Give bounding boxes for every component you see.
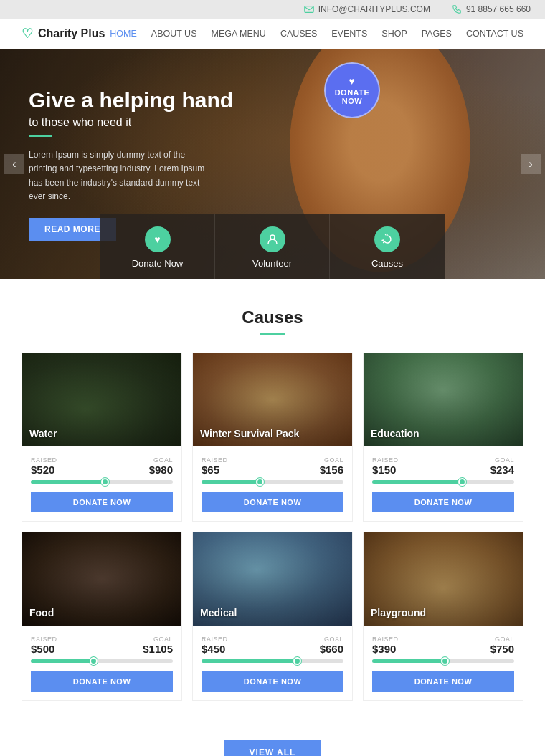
progress-dot: [458, 478, 466, 486]
goal-label: GOAL: [490, 636, 514, 643]
progress-dot: [101, 478, 109, 486]
donate-heart-icon: ♥: [349, 75, 356, 87]
goal-value: $660: [320, 643, 343, 655]
cause-image-overlay: Playground: [364, 532, 523, 626]
phone-icon: [452, 4, 462, 14]
nav-home-link[interactable]: HOME: [110, 29, 137, 39]
nav-pages[interactable]: PAGES: [422, 29, 452, 39]
raised-value: $390: [372, 643, 399, 655]
cause-goal: GOAL $980: [149, 456, 173, 476]
cause-stats: RAISED $150 GOAL $234: [372, 456, 514, 476]
hero-bottom-donate[interactable]: ♥ Donate Now: [100, 214, 215, 279]
donate-now-button[interactable]: DONATE NOW: [372, 492, 514, 512]
cause-body: RAISED $65 GOAL $156 DONATE NOW: [193, 446, 352, 521]
cause-image: Food: [22, 532, 181, 626]
nav-causes-link[interactable]: CAUSES: [280, 29, 317, 39]
nav-links: HOME ABOUT US MEGA MENU CAUSES EVENTS SH…: [110, 29, 523, 39]
email-text: INFO@CHARITYPLUS.COM: [318, 4, 430, 14]
hero-divider: [29, 135, 52, 137]
nav-home[interactable]: HOME: [110, 29, 137, 39]
cause-image: Medical: [193, 532, 352, 626]
progress-fill: [372, 480, 463, 484]
cause-title: Winter Survival Pack: [200, 428, 299, 439]
progress-dot: [293, 657, 301, 665]
nav-contact-link[interactable]: CONTACT US: [466, 29, 523, 39]
goal-label: GOAL: [490, 456, 514, 464]
donate-now-button[interactable]: DONATE NOW: [202, 492, 343, 512]
nav-shop[interactable]: SHOP: [382, 29, 407, 39]
nav-about-link[interactable]: ABOUT US: [151, 29, 197, 39]
raised-label: RAISED: [31, 636, 57, 643]
progress-fill: [31, 480, 106, 484]
nav-mega[interactable]: MEGA MENU: [211, 29, 265, 39]
view-all-button[interactable]: VIEW ALL: [224, 740, 322, 756]
donate-now-button[interactable]: DONATE NOW: [202, 671, 343, 692]
cause-image: Education: [364, 353, 523, 446]
cause-card: Food RAISED $500 GOAL $1105: [22, 532, 182, 701]
causes-label: Causes: [371, 258, 403, 269]
cause-stats: RAISED $450 GOAL $660: [202, 636, 343, 655]
cause-raised: RAISED $390: [372, 636, 399, 655]
cause-raised: RAISED $65: [202, 456, 228, 476]
raised-value: $520: [31, 464, 57, 476]
cause-card: Education RAISED $150 GOAL $234: [363, 353, 523, 522]
donate-now-button[interactable]: DONATE NOW: [31, 492, 173, 512]
svg-point-1: [270, 235, 275, 239]
nav-events-link[interactable]: EVENTS: [331, 29, 367, 39]
top-bar: INFO@CHARITYPLUS.COM 91 8857 665 660: [0, 0, 545, 19]
goal-value: $980: [149, 464, 173, 476]
raised-label: RAISED: [372, 636, 399, 643]
goal-value: $1105: [143, 643, 173, 655]
nav-shop-link[interactable]: SHOP: [382, 29, 407, 39]
hero-bottom-bar: ♥ Donate Now Volunteer Causes: [100, 214, 445, 279]
cause-image-overlay: Medical: [193, 532, 352, 626]
raised-value: $150: [372, 464, 399, 476]
cause-goal: GOAL $1105: [143, 636, 173, 655]
nav-events[interactable]: EVENTS: [331, 29, 367, 39]
donate-icon: ♥: [145, 226, 171, 252]
cause-title: Playground: [371, 607, 426, 618]
causes-grid: Water RAISED $520 GOAL $980: [22, 353, 523, 701]
svg-rect-0: [305, 6, 313, 13]
cause-card: Water RAISED $520 GOAL $980: [22, 353, 182, 522]
volunteer-label: Volunteer: [252, 258, 292, 269]
logo: ♡ Charity Plus: [22, 26, 105, 42]
raised-value: $450: [202, 643, 228, 655]
cause-raised: RAISED $150: [372, 456, 399, 476]
cause-stats: RAISED $65 GOAL $156: [202, 456, 343, 476]
nav-contact[interactable]: CONTACT US: [466, 29, 523, 39]
cause-stats: RAISED $520 GOAL $980: [31, 456, 173, 476]
cause-title: Water: [29, 428, 57, 439]
raised-label: RAISED: [372, 456, 399, 464]
goal-value: $750: [490, 643, 514, 655]
donate-circle-line1: DONATE: [335, 88, 370, 97]
raised-label: RAISED: [202, 636, 228, 643]
goal-label: GOAL: [149, 456, 173, 464]
causes-section: Causes Water RAISED $520 GOAL $980: [0, 279, 545, 722]
cause-image: Playground: [364, 532, 523, 626]
donate-now-button[interactable]: DONATE NOW: [31, 671, 173, 692]
nav-pages-link[interactable]: PAGES: [422, 29, 452, 39]
donate-circle[interactable]: ♥ DONATE NOW: [324, 62, 380, 118]
section-title-wrap: Causes: [22, 307, 523, 335]
cause-raised: RAISED $500: [31, 636, 57, 655]
progress-bar: [31, 659, 173, 663]
progress-fill: [31, 659, 95, 663]
goal-value: $234: [490, 464, 514, 476]
hero-next-button[interactable]: ›: [521, 154, 541, 174]
cause-image-overlay: Education: [364, 353, 523, 446]
hero-prev-button[interactable]: ‹: [4, 154, 24, 174]
progress-bar: [202, 480, 343, 484]
cause-goal: GOAL $750: [490, 636, 514, 655]
progress-bar: [31, 480, 173, 484]
donate-now-button[interactable]: DONATE NOW: [372, 671, 514, 692]
hero-bottom-causes[interactable]: Causes: [330, 214, 445, 279]
cause-goal: GOAL $660: [320, 636, 343, 655]
nav-about[interactable]: ABOUT US: [151, 29, 197, 39]
nav-mega-link[interactable]: MEGA MENU: [211, 29, 265, 39]
hero-bottom-volunteer[interactable]: Volunteer: [215, 214, 330, 279]
nav-causes[interactable]: CAUSES: [280, 29, 317, 39]
cause-image: Winter Survival Pack: [193, 353, 352, 446]
goal-label: GOAL: [143, 636, 173, 643]
cause-raised: RAISED $520: [31, 456, 57, 476]
